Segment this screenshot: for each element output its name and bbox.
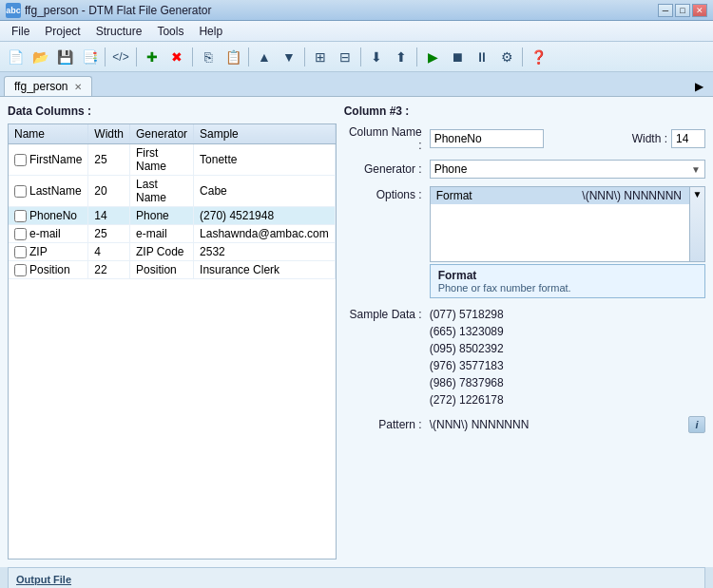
menu-file[interactable]: File <box>4 23 37 40</box>
options-dropdown-btn[interactable]: ▼ <box>690 186 705 262</box>
pattern-value: \(NNN\) NNNNNNN <box>430 418 688 431</box>
table-row[interactable]: FirstName 25 First Name Tonette <box>9 144 335 176</box>
row-checkbox[interactable] <box>14 246 27 258</box>
tab-bar: ffg_person ✕ ▶ <box>0 72 713 97</box>
toolbar-sep-3 <box>192 47 193 66</box>
help-button[interactable]: ❓ <box>527 46 549 68</box>
toolbar-sep-2 <box>136 47 137 66</box>
right-panel: Column #3 : Column Name : Width : Genera… <box>344 104 705 560</box>
down-button[interactable]: ▼ <box>278 46 300 68</box>
cell-generator: Phone <box>130 207 194 225</box>
sample-value-item: (986) 7837968 <box>430 374 705 391</box>
table-row[interactable]: LastName 20 Last Name Cabe <box>9 176 335 207</box>
copy-button[interactable]: ⎘ <box>197 46 220 68</box>
cell-width: 25 <box>88 144 130 176</box>
generator-dropdown-arrow[interactable]: ▼ <box>691 164 701 175</box>
column-name-label: Column Name : <box>344 125 430 152</box>
cell-name: Position <box>9 261 88 279</box>
grid-button[interactable]: ⊟ <box>334 46 356 68</box>
up-button[interactable]: ▲ <box>253 46 276 68</box>
col-header-generator: Generator <box>130 124 194 144</box>
export-button[interactable]: ⬆ <box>390 46 413 68</box>
close-button[interactable]: ✕ <box>692 4 707 17</box>
table-row[interactable]: e-mail 25 e-mail Lashawnda@ambac.com <box>9 225 335 243</box>
data-columns-title: Data Columns : <box>8 104 337 118</box>
row-checkbox[interactable] <box>14 228 27 240</box>
output-file-title: Output File <box>16 574 697 585</box>
open-button[interactable]: 📂 <box>29 46 51 68</box>
width-input[interactable] <box>671 129 705 148</box>
tooltip-title: Format <box>438 269 697 282</box>
import-button[interactable]: ⬇ <box>365 46 388 68</box>
menu-structure[interactable]: Structure <box>88 23 150 40</box>
generator-select[interactable]: Phone ▼ <box>430 160 705 179</box>
window-controls: ─ □ ✕ <box>658 4 707 17</box>
cell-width: 14 <box>88 207 130 225</box>
row-checkbox[interactable] <box>14 264 27 276</box>
new-button[interactable]: 📄 <box>4 46 27 68</box>
sample-value-item: (976) 3577183 <box>430 357 705 374</box>
generator-row: Generator : Phone ▼ <box>344 160 705 179</box>
cell-sample: Insurance Clerk <box>194 261 336 279</box>
data-columns-table: Name Width Generator Sample FirstName 25… <box>8 123 337 560</box>
window-title: ffg_person - DTM Flat File Generator <box>25 4 658 17</box>
col-header-name: Name <box>9 124 88 144</box>
menu-help[interactable]: Help <box>191 23 230 40</box>
cell-width: 25 <box>88 225 130 243</box>
table-row[interactable]: PhoneNo 14 Phone (270) 4521948 <box>9 207 335 225</box>
menu-tools[interactable]: Tools <box>149 23 191 40</box>
tab-ffg-person[interactable]: ffg_person ✕ <box>4 76 92 96</box>
toolbar-sep-5 <box>304 47 305 66</box>
save-button[interactable]: 💾 <box>53 46 76 68</box>
cell-generator: First Name <box>130 144 194 176</box>
row-checkbox[interactable] <box>14 154 27 166</box>
toolbar-sep-4 <box>248 47 249 66</box>
table-row[interactable]: ZIP 4 ZIP Code 2532 <box>9 243 335 261</box>
generator-value: Phone <box>434 162 468 176</box>
width-label: Width : <box>632 132 671 145</box>
app-icon: abc <box>6 3 21 18</box>
stop-button[interactable]: ⏹ <box>446 46 469 68</box>
menu-bar: File Project Structure Tools Help <box>0 21 713 42</box>
add-button[interactable]: ✚ <box>141 46 164 68</box>
sample-area: Sample Data : (077) 5718298(665) 1323089… <box>344 306 705 408</box>
main-content: Data Columns : Name Width Generator Samp… <box>0 97 713 567</box>
maximize-button[interactable]: □ <box>675 4 690 17</box>
cell-name: ZIP <box>9 243 88 261</box>
tab-close-button[interactable]: ✕ <box>74 82 82 92</box>
table-row[interactable]: Position 22 Position Insurance Clerk <box>9 261 335 279</box>
options-item-format[interactable]: Format \(NNN\) NNNNNNN <box>431 187 689 204</box>
column-name-row: Column Name : Width : <box>344 125 705 152</box>
toolbar-sep-8 <box>522 47 523 66</box>
paste-button[interactable]: 📋 <box>222 46 244 68</box>
pause-button[interactable]: ⏸ <box>471 46 493 68</box>
info-button[interactable]: i <box>688 416 705 433</box>
save-as-button[interactable]: 📑 <box>78 46 101 68</box>
cell-sample: Lashawnda@ambac.com <box>194 225 336 243</box>
sample-values: (077) 5718298(665) 1323089(095) 8502392(… <box>430 306 705 408</box>
row-checkbox[interactable] <box>14 210 27 222</box>
output-file-section: Output File File Format : Delimited ByTa… <box>8 567 705 588</box>
delete-button[interactable]: ✖ <box>165 46 188 68</box>
cell-width: 20 <box>88 176 130 207</box>
minimize-button[interactable]: ─ <box>658 4 673 17</box>
cell-sample: 2532 <box>194 243 336 261</box>
column-name-input[interactable] <box>430 129 544 148</box>
code-button[interactable]: </> <box>109 46 132 68</box>
config-button[interactable]: ⚙ <box>495 46 518 68</box>
menu-project[interactable]: Project <box>37 23 87 40</box>
cell-name: FirstName <box>9 144 88 176</box>
cell-generator: Last Name <box>130 176 194 207</box>
cell-name: LastName <box>9 176 88 207</box>
toolbar-sep-7 <box>416 47 417 66</box>
cell-name: e-mail <box>9 225 88 243</box>
tab-scroll-arrow[interactable]: ▶ <box>689 77 709 96</box>
sample-value-item: (272) 1226178 <box>430 391 705 408</box>
cell-sample: Cabe <box>194 176 336 207</box>
row-checkbox[interactable] <box>14 185 27 198</box>
run-button[interactable]: ▶ <box>421 46 444 68</box>
toolbar-sep-1 <box>105 47 106 66</box>
table-button[interactable]: ⊞ <box>309 46 332 68</box>
options-item-value: \(NNN\) NNNNNNN <box>582 189 682 202</box>
column-title: Column #3 : <box>344 104 705 118</box>
